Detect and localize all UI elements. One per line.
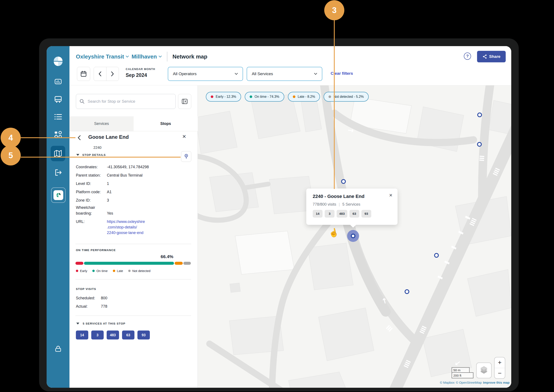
sidebar-item-partner-app[interactable] xyxy=(51,188,66,203)
stop-details-title: STOP DETAILS xyxy=(82,153,106,156)
visits-label: Scheduled: xyxy=(76,296,95,300)
share-button[interactable]: Share xyxy=(477,51,506,62)
stop-url-link[interactable]: 2240-goose-lane-end xyxy=(107,231,144,235)
legend-dot xyxy=(128,270,131,272)
calendar-icon xyxy=(80,70,87,77)
attribution-mapbox-link[interactable]: © Mapbox xyxy=(440,381,455,384)
sidebar-item-locked[interactable] xyxy=(47,344,70,353)
legend-dot xyxy=(113,270,115,272)
collapse-triangle-icon xyxy=(76,154,79,156)
sidebar-item-network-map-active[interactable] xyxy=(51,146,65,161)
service-chip[interactable]: 63 xyxy=(122,330,134,339)
collapse-panel-button[interactable] xyxy=(178,94,191,109)
stop-visits-title: STOP VISITS xyxy=(76,287,96,291)
sidebar xyxy=(47,46,70,388)
help-button[interactable]: ? xyxy=(464,53,471,60)
clear-filters-link[interactable]: Clear filters xyxy=(331,71,353,76)
popup-visits: 778/800 visits xyxy=(313,202,336,207)
detail-row: Zone ID: 3 xyxy=(76,198,192,203)
stop-marker[interactable] xyxy=(405,289,409,294)
selected-stop-marker[interactable] xyxy=(351,234,355,238)
popup-title: 2240 - Goose Lane End xyxy=(313,194,364,199)
legend-label: Late xyxy=(117,269,123,273)
otp-segment-notdetected xyxy=(183,262,191,265)
detail-label: boarding: xyxy=(76,211,92,215)
legend-label: Early xyxy=(80,269,87,273)
legend-chip-label: Not detected - 5.2% xyxy=(333,95,364,99)
legend-chip-early[interactable]: Early - 12.3% xyxy=(206,92,241,102)
stop-marker[interactable] xyxy=(434,253,439,258)
stop-details-toggle[interactable]: STOP DETAILS xyxy=(76,153,106,156)
chevron-down-icon xyxy=(126,56,129,58)
annotation-badge-4: 4 xyxy=(1,128,21,148)
stop-name: Goose Lane End xyxy=(88,134,129,140)
breadcrumb: Oxleyshire Transit Millhaven Network map xyxy=(76,52,207,62)
stop-marker[interactable] xyxy=(477,112,482,117)
layers-button[interactable] xyxy=(476,363,492,378)
zoom-in-button[interactable]: + xyxy=(495,357,505,368)
service-chip[interactable]: 93 xyxy=(137,330,150,339)
legend-label: On time xyxy=(96,269,108,273)
popup-service-chip[interactable]: 3 xyxy=(325,210,334,217)
stop-marker[interactable] xyxy=(477,142,482,147)
detail-row: Platform code: A1 xyxy=(76,190,192,194)
popup-service-chip[interactable]: 93 xyxy=(361,210,371,217)
next-month-button[interactable] xyxy=(107,67,119,81)
services-dropdown[interactable]: All Services xyxy=(247,67,322,81)
chevron-left-icon xyxy=(98,71,102,77)
breadcrumb-org-label: Oxleyshire Transit xyxy=(76,53,124,60)
legend-chip-late[interactable]: Late - 8.2% xyxy=(288,92,320,102)
attribution-improve-link[interactable]: Improve this map xyxy=(483,381,510,384)
popup-meta-divider: | xyxy=(339,202,340,207)
stop-marker[interactable] xyxy=(341,179,346,184)
service-chip[interactable]: 14 xyxy=(76,330,88,339)
close-stop-button[interactable]: × xyxy=(182,133,186,140)
annotation-badge-5: 5 xyxy=(1,145,21,166)
sidebar-item-categories[interactable] xyxy=(47,130,70,139)
calendar-button[interactable] xyxy=(77,67,90,81)
sidebar-item-logout[interactable] xyxy=(47,168,70,177)
map-icon xyxy=(53,149,62,158)
popup-close-button[interactable]: × xyxy=(389,192,392,198)
popup-service-chip[interactable]: 14 xyxy=(313,210,323,217)
legend-dot xyxy=(293,95,295,98)
sidebar-item-vehicles[interactable] xyxy=(47,95,70,104)
collapse-triangle-icon xyxy=(76,323,79,324)
otp-segment-late xyxy=(175,262,183,265)
sidebar-item-list[interactable] xyxy=(47,113,70,121)
search-icon xyxy=(79,99,85,104)
popup-service-chip[interactable]: 483 xyxy=(337,210,347,217)
breadcrumb-org[interactable]: Oxleyshire Transit xyxy=(76,53,129,60)
sidebar-item-dashboard[interactable] xyxy=(47,77,70,86)
tab-stops[interactable]: Stops xyxy=(134,116,198,131)
detail-label: Coordinates: xyxy=(76,165,98,169)
popup-service-chip[interactable]: 63 xyxy=(349,210,359,217)
otp-legend-item: Late xyxy=(113,269,123,273)
locate-stop-button[interactable] xyxy=(181,151,191,162)
search-input[interactable] xyxy=(87,99,172,104)
stop-popup: 2240 - Goose Lane End × 778/800 visits |… xyxy=(306,189,397,225)
legend-label: Not detected xyxy=(132,269,151,273)
breadcrumb-region[interactable]: Millhaven xyxy=(131,53,162,60)
otp-segment-ontime xyxy=(84,262,174,265)
legend-chip-ontime[interactable]: On time - 74.3% xyxy=(245,92,284,102)
zoom-out-button[interactable]: − xyxy=(495,368,505,378)
legend-chip-notdetected[interactable]: Not detected - 5.2% xyxy=(324,92,368,102)
operators-dropdown[interactable]: All Operators xyxy=(168,67,243,81)
service-chip[interactable]: 3 xyxy=(91,330,104,339)
tab-services[interactable]: Services xyxy=(70,116,134,131)
service-chip[interactable]: 483 xyxy=(107,330,119,339)
calendar-month-label: CALENDAR MONTH xyxy=(126,68,155,71)
prev-month-button[interactable] xyxy=(94,67,107,81)
detail-value: 3 xyxy=(107,198,109,203)
back-button[interactable] xyxy=(77,135,81,141)
share-button-label: Share xyxy=(489,54,501,59)
stop-url-link[interactable]: https://www.oxleyshire xyxy=(107,219,145,224)
attribution-osm-link[interactable]: © OpenStreetMap xyxy=(456,381,482,384)
popup-services-count: 5 Services xyxy=(342,202,360,207)
popup-service-chips: 14 3 483 63 93 xyxy=(313,210,371,217)
network-map: ↑ → ↑ ← Early - 12.3% On time - 74.3% xyxy=(198,85,511,388)
app-logo[interactable] xyxy=(47,56,70,67)
services-at-stop-toggle[interactable]: 5 SERVICES AT THIS STOP xyxy=(76,322,125,325)
stop-url-link[interactable]: .com/stop-details/ xyxy=(107,225,137,230)
